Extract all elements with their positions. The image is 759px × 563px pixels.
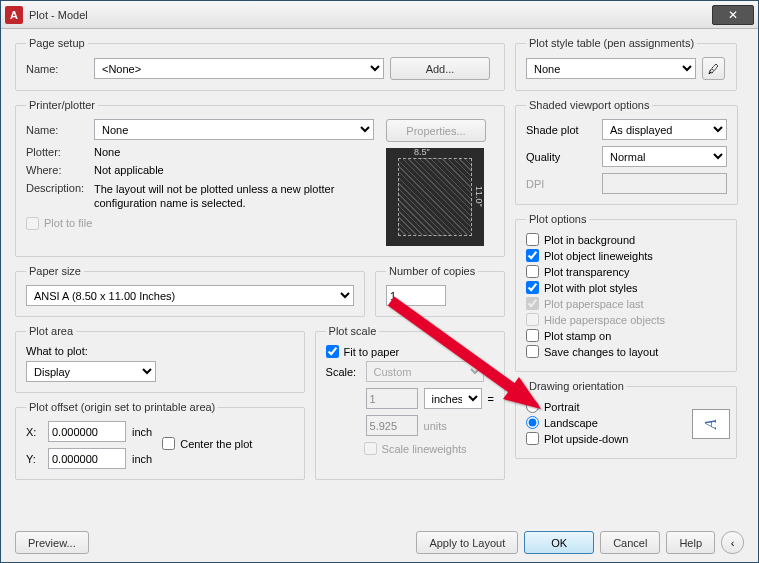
- hide-paperspace-checkbox: [526, 313, 539, 326]
- plot-background-checkbox[interactable]: [526, 233, 539, 246]
- plot-styles-checkbox[interactable]: [526, 281, 539, 294]
- offset-x-label: X:: [26, 426, 42, 438]
- copies-group: Number of copies: [375, 265, 505, 317]
- quality-label: Quality: [526, 151, 596, 163]
- scale-lineweights-label: Scale lineweights: [382, 443, 467, 455]
- add-button[interactable]: Add...: [390, 57, 490, 80]
- quality-select[interactable]: Normal: [602, 146, 727, 167]
- collapse-button[interactable]: ‹: [721, 531, 744, 554]
- offset-y-unit: inch: [132, 453, 152, 465]
- center-plot-checkbox[interactable]: [162, 437, 175, 450]
- dpi-input: [602, 173, 727, 194]
- properties-button: Properties...: [386, 119, 486, 142]
- plot-styles-label: Plot with plot styles: [544, 282, 638, 294]
- center-plot-label: Center the plot: [180, 438, 252, 450]
- style-table-group: Plot style table (pen assignments) None …: [515, 37, 737, 91]
- shaded-viewport-legend: Shaded viewport options: [526, 99, 652, 111]
- style-table-legend: Plot style table (pen assignments): [526, 37, 697, 49]
- scale-lineweights-checkbox: [364, 442, 377, 455]
- shaded-viewport-group: Shaded viewport options Shade plot As di…: [515, 99, 738, 205]
- cancel-button[interactable]: Cancel: [600, 531, 660, 554]
- desc-value: The layout will not be plotted unless a …: [94, 182, 378, 211]
- preview-width: 8.5": [414, 147, 430, 157]
- printer-name-label: Name:: [26, 124, 88, 136]
- help-button[interactable]: Help: [666, 531, 715, 554]
- plot-paperspace-label: Plot paperspace last: [544, 298, 644, 310]
- chevron-left-icon: ‹: [731, 537, 735, 549]
- scale-units-select[interactable]: inches: [424, 388, 482, 409]
- style-table-select[interactable]: None: [526, 58, 696, 79]
- plot-transparency-label: Plot transparency: [544, 266, 630, 278]
- plot-offset-legend: Plot offset (origin set to printable are…: [26, 401, 218, 413]
- app-icon: A: [5, 6, 23, 24]
- scale-denom-units: units: [424, 420, 447, 432]
- plot-stamp-label: Plot stamp on: [544, 330, 611, 342]
- plot-area-group: Plot area What to plot: Display: [15, 325, 305, 393]
- upside-down-label: Plot upside-down: [544, 433, 628, 445]
- apply-button[interactable]: Apply to Layout: [416, 531, 518, 554]
- plot-to-file-label: Plot to file: [44, 217, 92, 229]
- preview-button[interactable]: Preview...: [15, 531, 89, 554]
- paper-size-select[interactable]: ANSI A (8.50 x 11.00 Inches): [26, 285, 354, 306]
- what-to-plot-label: What to plot:: [26, 345, 294, 357]
- shade-plot-select[interactable]: As displayed: [602, 119, 727, 140]
- close-button[interactable]: ✕: [712, 5, 754, 25]
- portrait-label: Portrait: [544, 401, 579, 413]
- orientation-group: Drawing orientation Portrait Landscape P…: [515, 380, 737, 459]
- plot-lineweights-label: Plot object lineweights: [544, 250, 653, 262]
- pen-settings-button[interactable]: 🖊: [702, 57, 725, 80]
- save-changes-label: Save changes to layout: [544, 346, 658, 358]
- where-value: Not applicable: [94, 164, 164, 176]
- plot-options-group: Plot options Plot in background Plot obj…: [515, 213, 737, 372]
- scale-label: Scale:: [326, 366, 360, 378]
- plotter-value: None: [94, 146, 120, 158]
- copies-input[interactable]: [386, 285, 446, 306]
- plot-background-label: Plot in background: [544, 234, 635, 246]
- fit-to-paper-checkbox[interactable]: [326, 345, 339, 358]
- upside-down-checkbox[interactable]: [526, 432, 539, 445]
- page-setup-legend: Page setup: [26, 37, 88, 49]
- offset-y-input[interactable]: [48, 448, 126, 469]
- scale-denominator: [366, 415, 418, 436]
- desc-label: Description:: [26, 182, 88, 194]
- portrait-radio[interactable]: [526, 400, 539, 413]
- equals-sign: =: [488, 393, 494, 405]
- offset-x-input[interactable]: [48, 421, 126, 442]
- plot-stamp-checkbox[interactable]: [526, 329, 539, 342]
- copies-legend: Number of copies: [386, 265, 478, 277]
- window-title: Plot - Model: [29, 9, 712, 21]
- scale-select: Custom: [366, 361, 484, 382]
- orientation-legend: Drawing orientation: [526, 380, 627, 392]
- page-setup-name-select[interactable]: <None>: [94, 58, 384, 79]
- printer-legend: Printer/plotter: [26, 99, 98, 111]
- offset-x-unit: inch: [132, 426, 152, 438]
- offset-y-label: Y:: [26, 453, 42, 465]
- landscape-radio[interactable]: [526, 416, 539, 429]
- plot-to-file-checkbox: [26, 217, 39, 230]
- paper-size-legend: Paper size: [26, 265, 84, 277]
- plotter-label: Plotter:: [26, 146, 88, 158]
- page-setup-group: Page setup Name: <None> Add...: [15, 37, 505, 91]
- dpi-label: DPI: [526, 178, 596, 190]
- printer-name-select[interactable]: None: [94, 119, 374, 140]
- landscape-label: Landscape: [544, 417, 598, 429]
- printer-group: Printer/plotter Name: None Plotter: None…: [15, 99, 505, 257]
- what-to-plot-select[interactable]: Display: [26, 361, 156, 382]
- save-changes-checkbox[interactable]: [526, 345, 539, 358]
- plot-area-legend: Plot area: [26, 325, 76, 337]
- titlebar: A Plot - Model ✕: [1, 1, 758, 29]
- scale-numerator: [366, 388, 418, 409]
- plot-paperspace-checkbox: [526, 297, 539, 310]
- plot-offset-group: Plot offset (origin set to printable are…: [15, 401, 305, 480]
- plot-scale-group: Plot scale Fit to paper Scale: Custom in…: [315, 325, 505, 480]
- ok-button[interactable]: OK: [524, 531, 594, 554]
- plot-transparency-checkbox[interactable]: [526, 265, 539, 278]
- shade-plot-label: Shade plot: [526, 124, 596, 136]
- plot-options-legend: Plot options: [526, 213, 589, 225]
- preview-height: 11.0": [474, 186, 484, 207]
- plot-scale-legend: Plot scale: [326, 325, 380, 337]
- fit-to-paper-label: Fit to paper: [344, 346, 400, 358]
- plot-lineweights-checkbox[interactable]: [526, 249, 539, 262]
- hide-paperspace-label: Hide paperspace objects: [544, 314, 665, 326]
- page-setup-name-label: Name:: [26, 63, 88, 75]
